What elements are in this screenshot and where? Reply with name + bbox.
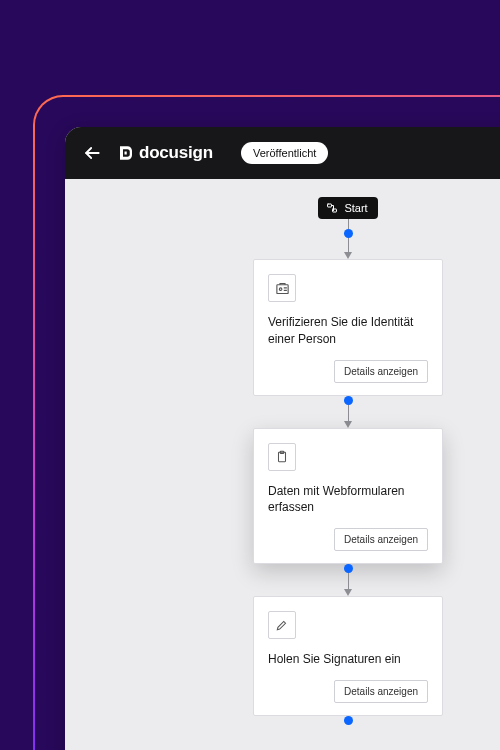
identity-icon <box>268 274 296 302</box>
connector <box>344 219 353 259</box>
details-button[interactable]: Details anzeigen <box>334 528 428 551</box>
brand-name: docusign <box>139 143 213 163</box>
workflow-canvas[interactable]: Start Verifizieren Sie die Identität ein… <box>65 179 500 750</box>
arrow-down-icon <box>344 421 352 428</box>
brand-mark-icon <box>117 144 135 162</box>
arrow-left-icon <box>82 143 102 163</box>
details-button[interactable]: Details anzeigen <box>334 360 428 383</box>
details-button[interactable]: Details anzeigen <box>334 680 428 703</box>
workflow-step-card[interactable]: Holen Sie Signaturen ein Details anzeige… <box>253 596 443 716</box>
connector <box>344 716 353 725</box>
svg-rect-1 <box>125 152 127 155</box>
connector-dot-icon <box>344 716 353 725</box>
start-node[interactable]: Start <box>318 197 377 219</box>
connector <box>344 564 353 596</box>
step-title: Holen Sie Signaturen ein <box>268 651 428 668</box>
pen-icon <box>268 611 296 639</box>
arrow-down-icon <box>344 252 352 259</box>
arrow-down-icon <box>344 589 352 596</box>
step-title: Daten mit Webformularen erfassen <box>268 483 428 517</box>
connector-dot-icon <box>344 229 353 238</box>
status-pill[interactable]: Veröffentlicht <box>241 142 328 164</box>
gradient-frame: docusign Veröffentlicht Start <box>33 95 500 750</box>
brand-logo: docusign <box>117 143 213 163</box>
svg-point-5 <box>279 287 282 290</box>
start-node-label: Start <box>344 202 367 214</box>
clipboard-icon <box>268 443 296 471</box>
app-shell: docusign Veröffentlicht Start <box>65 127 500 750</box>
step-title: Verifizieren Sie die Identität einer Per… <box>268 314 428 348</box>
flow-start-icon <box>326 202 338 214</box>
connector <box>344 396 353 428</box>
back-button[interactable] <box>81 142 103 164</box>
app-header: docusign Veröffentlicht <box>65 127 500 179</box>
connector-dot-icon <box>344 396 353 405</box>
svg-rect-4 <box>276 284 287 293</box>
workflow-step-card[interactable]: Verifizieren Sie die Identität einer Per… <box>253 259 443 396</box>
svg-rect-2 <box>328 204 332 207</box>
connector-dot-icon <box>344 564 353 573</box>
workflow-step-card[interactable]: Daten mit Webformularen erfassen Details… <box>253 428 443 565</box>
gradient-inner: docusign Veröffentlicht Start <box>35 97 500 750</box>
